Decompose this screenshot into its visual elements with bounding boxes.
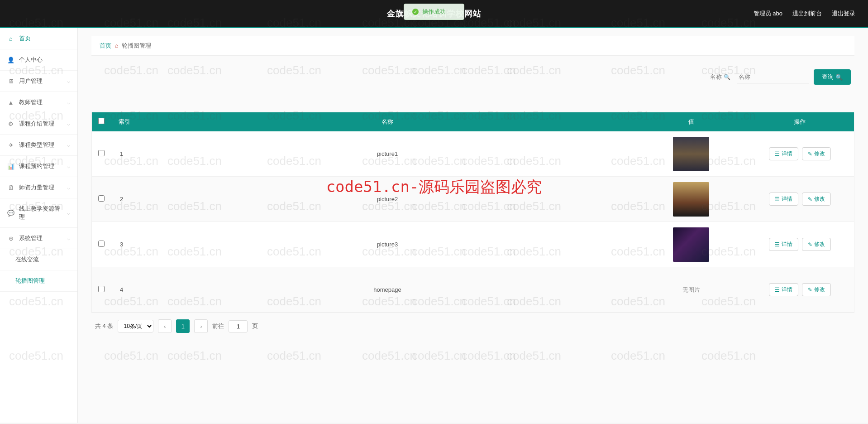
sidebar-item-label: 教师管理 [19, 98, 43, 106]
sidebar-sub-0[interactable]: 在线交流 [0, 249, 77, 270]
sidebar-item-5[interactable]: ✈课程类型管理⌵ [0, 135, 77, 156]
table-row: 2 picture2 ☰ 详情 ✎ 修改 [92, 177, 854, 222]
sidebar-item-label: 课程类型管理 [19, 141, 54, 149]
sidebar-item-2[interactable]: 🖥用户管理⌵ [0, 71, 77, 92]
monitor-icon: 🖥 [7, 78, 14, 85]
globe-icon: ⊕ [7, 235, 14, 242]
sidebar-item-label: 个人中心 [19, 56, 43, 64]
data-table: 索引 名称 值 操作 1 picture1 ☰ 详情 ✎ 修改 2 pictur… [91, 112, 854, 313]
sidebar-item-8[interactable]: 💬线上教学资源管理⌵ [0, 198, 77, 228]
chevron-down-icon: ⌵ [67, 184, 70, 191]
person-icon: ▲ [7, 99, 14, 106]
user-icon: 👤 [7, 57, 14, 63]
pagination: 共 4 条 10条/页 ‹ 1 › 前往 页 [91, 313, 854, 339]
chevron-down-icon: ⌵ [67, 99, 70, 106]
row-checkbox[interactable] [98, 150, 105, 156]
user-label[interactable]: 管理员 abo [754, 10, 782, 18]
cell-index: 4 [111, 282, 138, 298]
sidebar-item-label: 线上教学资源管理 [19, 205, 62, 221]
list-icon: ☰ [775, 287, 780, 293]
chat-icon: 💬 [7, 210, 14, 217]
pager-prev[interactable]: ‹ [158, 319, 172, 333]
thumbnail-image[interactable] [673, 227, 709, 262]
detail-button[interactable]: ☰ 详情 [769, 193, 798, 206]
pager-per-page[interactable]: 10条/页 [118, 320, 153, 332]
cell-index: 1 [111, 146, 138, 162]
edit-icon: ✎ [808, 241, 812, 248]
breadcrumb: 首页 ⌂ 轮播图管理 [91, 36, 854, 56]
chevron-down-icon: ⌵ [67, 78, 70, 84]
table-row: 1 picture1 ☰ 详情 ✎ 修改 [92, 131, 854, 177]
logout-link[interactable]: 退出登录 [832, 10, 855, 18]
list-icon: ☰ [775, 151, 780, 157]
success-toast: ✓ 操作成功 [404, 4, 464, 20]
sidebar-item-label: 课程预约管理 [19, 162, 54, 170]
chevron-down-icon: ⌵ [67, 142, 70, 148]
list-icon: ☰ [775, 196, 780, 202]
edit-button[interactable]: ✎ 修改 [802, 147, 831, 160]
pager-goto-prefix: 前往 [212, 322, 224, 330]
chevron-down-icon: ⌵ [67, 163, 70, 169]
send-icon: ✈ [7, 142, 14, 149]
exit-front-link[interactable]: 退出到前台 [792, 10, 822, 18]
detail-button[interactable]: ☰ 详情 [769, 147, 798, 160]
sidebar-item-label: 师资力量管理 [19, 183, 54, 192]
edit-icon: ✎ [808, 196, 812, 202]
sidebar-item-4[interactable]: ⚙课程介绍管理⌵ [0, 113, 77, 135]
sidebar-item-1[interactable]: 👤个人中心 [0, 49, 77, 71]
sidebar-item-0[interactable]: ⌂首页 [0, 28, 77, 49]
th-index: 索引 [111, 112, 138, 131]
table-header: 索引 名称 值 操作 [92, 112, 854, 131]
chevron-down-icon: ⌵ [67, 120, 70, 127]
thumbnail-image[interactable] [673, 137, 709, 171]
pager-goto-input[interactable] [229, 320, 248, 332]
bars-icon: 📊 [7, 163, 14, 170]
breadcrumb-home[interactable]: 首页 [100, 42, 111, 50]
main-content: 首页 ⌂ 轮播图管理 名称🔍 查询🔍 索引 名称 值 操作 1 pictur [78, 28, 868, 423]
check-icon: ✓ [412, 9, 419, 15]
edit-icon: ✎ [808, 287, 812, 293]
search-label: 名称🔍 [710, 73, 730, 81]
cell-name: picture3 [138, 236, 637, 252]
cell-index: 2 [111, 191, 138, 207]
edit-button[interactable]: ✎ 修改 [802, 283, 831, 296]
table-row: 3 picture3 ☰ 详情 ✎ 修改 [92, 222, 854, 267]
row-checkbox[interactable] [98, 286, 105, 292]
detail-button[interactable]: ☰ 详情 [769, 283, 798, 296]
sidebar-item-6[interactable]: 📊课程预约管理⌵ [0, 156, 77, 177]
pager-next[interactable]: › [194, 319, 208, 333]
query-button[interactable]: 查询🔍 [814, 69, 851, 85]
sidebar-item-label: 系统管理 [19, 234, 43, 242]
cell-name: homepage [138, 282, 637, 298]
search-row: 名称🔍 查询🔍 [91, 69, 854, 85]
sidebar-item-3[interactable]: ▲教师管理⌵ [0, 92, 77, 113]
search-icon: 🔍 [835, 74, 843, 81]
calendar-icon: 🗓 [7, 184, 14, 191]
th-name: 名称 [138, 112, 637, 131]
thumbnail-image[interactable] [673, 182, 709, 217]
search-input[interactable] [737, 71, 809, 83]
edit-button[interactable]: ✎ 修改 [802, 238, 831, 251]
pager-page-1[interactable]: 1 [176, 319, 190, 333]
sidebar-item-label: 首页 [19, 34, 31, 43]
row-checkbox[interactable] [98, 195, 105, 202]
sidebar-item-9[interactable]: ⊕系统管理⌵ [0, 228, 77, 249]
detail-button[interactable]: ☰ 详情 [769, 238, 798, 251]
search-icon: 🔍 [724, 74, 730, 80]
sidebar-item-7[interactable]: 🗓师资力量管理⌵ [0, 177, 77, 198]
breadcrumb-current: 轮播图管理 [122, 42, 151, 50]
edit-icon: ✎ [808, 151, 812, 157]
home-icon: ⌂ [115, 43, 118, 49]
header-right: 管理员 abo 退出到前台 退出登录 [754, 10, 855, 18]
edit-button[interactable]: ✎ 修改 [802, 193, 831, 206]
select-all-checkbox[interactable] [98, 118, 105, 124]
row-checkbox[interactable] [98, 241, 105, 247]
sidebar-sub-1[interactable]: 轮播图管理 [0, 270, 77, 292]
th-actions: 操作 [745, 112, 854, 131]
gear-icon: ⚙ [7, 120, 14, 127]
toast-text: 操作成功 [422, 8, 446, 16]
sidebar-item-label: 课程介绍管理 [19, 120, 54, 128]
th-value: 值 [637, 112, 745, 131]
no-image-text: 无图片 [682, 286, 700, 294]
table-row: 4 homepage 无图片 ☰ 详情 ✎ 修改 [92, 267, 854, 313]
